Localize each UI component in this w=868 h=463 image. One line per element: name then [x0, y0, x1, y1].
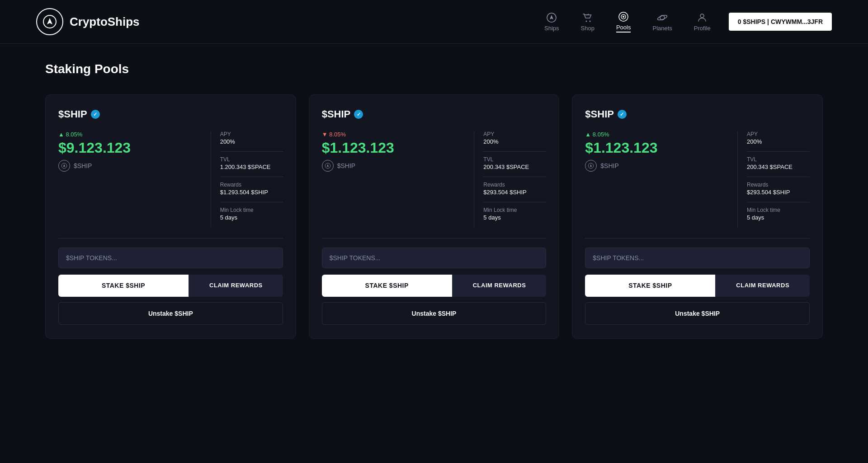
rewards-stat: Rewards $293.504 $SHIP — [747, 182, 810, 196]
apy-label: APY — [747, 131, 810, 137]
pool-card-2: $SHIP ✓ ▼ 8.05% $1.123.123 $SHIP — [309, 94, 560, 339]
pool-reward-token: $SHIP — [322, 160, 465, 172]
min-lock-label: Min Lock time — [220, 207, 283, 213]
pool-detail-stats: APY 200% TVL 1.200.343 $SPACE Rewards $1… — [211, 131, 283, 227]
tvl-stat: TVL 1.200.343 $SPACE — [220, 156, 283, 170]
tvl-value: 200.343 $SPACE — [483, 164, 546, 170]
nav-item-pools[interactable]: Pools — [616, 11, 631, 33]
nav-label-shop: Shop — [581, 25, 594, 32]
pool-reward-token: $SHIP — [585, 160, 728, 172]
min-lock-label: Min Lock time — [747, 207, 810, 213]
unstake-button[interactable]: Unstake $SHIP — [322, 302, 547, 325]
min-lock-stat: Min Lock time 5 days — [220, 207, 283, 221]
nav-label-profile: Profile — [694, 25, 711, 32]
rewards-stat: Rewards $293.504 $SHIP — [483, 182, 546, 196]
rewards-value: $293.504 $SHIP — [483, 189, 546, 196]
apy-value: 200% — [483, 138, 546, 145]
logo-icon — [36, 8, 63, 35]
pool-token-name: $SHIP ✓ — [58, 108, 283, 120]
apy-value: 200% — [747, 138, 810, 145]
pool-main-stat: ▲ 8.05% $1.123.123 $SHIP — [585, 131, 728, 227]
reward-token-label: $SHIP — [74, 162, 92, 169]
token-input[interactable] — [58, 248, 283, 268]
rewards-value: $1.293.504 $SHIP — [220, 189, 283, 196]
pool-token-name: $SHIP ✓ — [585, 108, 810, 120]
app-title: CryptoShips — [70, 15, 140, 29]
tvl-label: TVL — [220, 156, 283, 163]
tvl-label: TVL — [483, 156, 546, 163]
pool-card-3: $SHIP ✓ ▲ 8.05% $1.123.123 $SHIP — [572, 94, 823, 339]
claim-rewards-button[interactable]: CLAIM REWARDS — [189, 275, 283, 297]
nav-label-pools: Pools — [616, 24, 631, 33]
min-lock-stat: Min Lock time 5 days — [747, 207, 810, 221]
min-lock-value: 5 days — [483, 214, 546, 221]
tvl-value: 200.343 $SPACE — [747, 164, 810, 170]
svg-point-11 — [700, 14, 704, 18]
pools-grid: $SHIP ✓ ▲ 8.05% $9.123.123 $SHIP — [45, 94, 823, 339]
main-nav: Ships Shop Pools — [544, 11, 711, 33]
min-lock-value: 5 days — [220, 214, 283, 221]
action-buttons: STAKE $SHIP CLAIM REWARDS — [58, 275, 283, 297]
claim-rewards-button[interactable]: CLAIM REWARDS — [715, 275, 810, 297]
apy-stat: APY 200% — [220, 131, 283, 145]
unstake-button[interactable]: Unstake $SHIP — [58, 302, 283, 325]
reward-token-label: $SHIP — [337, 162, 355, 169]
nav-item-shop[interactable]: Shop — [581, 12, 594, 32]
stake-button[interactable]: STAKE $SHIP — [585, 275, 715, 297]
min-lock-stat: Min Lock time 5 days — [483, 207, 546, 221]
pool-detail-stats: APY 200% TVL 200.343 $SPACE Rewards $293… — [474, 131, 546, 227]
nav-label-planets: Planets — [652, 25, 672, 32]
tvl-stat: TVL 200.343 $SPACE — [747, 156, 810, 170]
tvl-label: TVL — [747, 156, 810, 163]
pool-detail-stats: APY 200% TVL 200.343 $SPACE Rewards $293… — [737, 131, 810, 227]
action-buttons: STAKE $SHIP CLAIM REWARDS — [322, 275, 547, 297]
pool-stats-row: ▲ 8.05% $9.123.123 $SHIP APY 200% — [58, 131, 283, 227]
pool-stats-row: ▼ 8.05% $1.123.123 $SHIP APY 200% — [322, 131, 547, 227]
card-divider — [585, 238, 810, 239]
svg-marker-15 — [326, 164, 329, 167]
apy-stat: APY 200% — [747, 131, 810, 145]
pool-value: $1.123.123 — [322, 140, 465, 156]
token-icon — [322, 160, 334, 172]
wallet-button[interactable]: 0 $SHIPS | CWYWMM...3JFR — [729, 13, 832, 31]
verified-badge: ✓ — [91, 110, 100, 119]
tvl-value: 1.200.343 $SPACE — [220, 164, 283, 170]
token-icon — [585, 160, 597, 172]
unstake-button[interactable]: Unstake $SHIP — [585, 302, 810, 325]
svg-point-5 — [589, 20, 590, 22]
nav-item-planets[interactable]: Planets — [652, 12, 672, 32]
rewards-label: Rewards — [483, 182, 546, 188]
pool-value: $1.123.123 — [585, 140, 728, 156]
svg-marker-17 — [590, 164, 592, 167]
pool-reward-token: $SHIP — [58, 160, 202, 172]
pool-stats-row: ▲ 8.05% $1.123.123 $SHIP APY 200% — [585, 131, 810, 227]
pool-main-stat: ▲ 8.05% $9.123.123 $SHIP — [58, 131, 202, 227]
header: CryptoShips Ships Shop — [0, 0, 868, 44]
card-divider — [58, 238, 283, 239]
stake-button[interactable]: STAKE $SHIP — [58, 275, 189, 297]
nav-item-ships[interactable]: Ships — [544, 12, 559, 32]
apy-value: 200% — [220, 138, 283, 145]
token-input[interactable] — [585, 248, 810, 268]
token-input[interactable] — [322, 248, 547, 268]
svg-point-8 — [623, 16, 624, 18]
nav-label-ships: Ships — [544, 25, 559, 32]
nav-item-profile[interactable]: Profile — [694, 12, 711, 32]
page-content: Staking Pools $SHIP ✓ ▲ 8.05% $9.123.123 — [0, 44, 868, 357]
pool-value: $9.123.123 — [58, 140, 202, 156]
tvl-stat: TVL 200.343 $SPACE — [483, 156, 546, 170]
pool-token-name: $SHIP ✓ — [322, 108, 547, 120]
svg-marker-13 — [63, 164, 66, 167]
rewards-stat: Rewards $1.293.504 $SHIP — [220, 182, 283, 196]
action-buttons: STAKE $SHIP CLAIM REWARDS — [585, 275, 810, 297]
card-divider — [322, 238, 547, 239]
min-lock-value: 5 days — [747, 214, 810, 221]
pool-main-stat: ▼ 8.05% $1.123.123 $SHIP — [322, 131, 465, 227]
stake-button[interactable]: STAKE $SHIP — [322, 275, 452, 297]
verified-badge: ✓ — [618, 110, 627, 119]
claim-rewards-button[interactable]: CLAIM REWARDS — [452, 275, 547, 297]
pool-change: ▲ 8.05% — [58, 131, 202, 138]
min-lock-label: Min Lock time — [483, 207, 546, 213]
rewards-value: $293.504 $SHIP — [747, 189, 810, 196]
rewards-label: Rewards — [220, 182, 283, 188]
